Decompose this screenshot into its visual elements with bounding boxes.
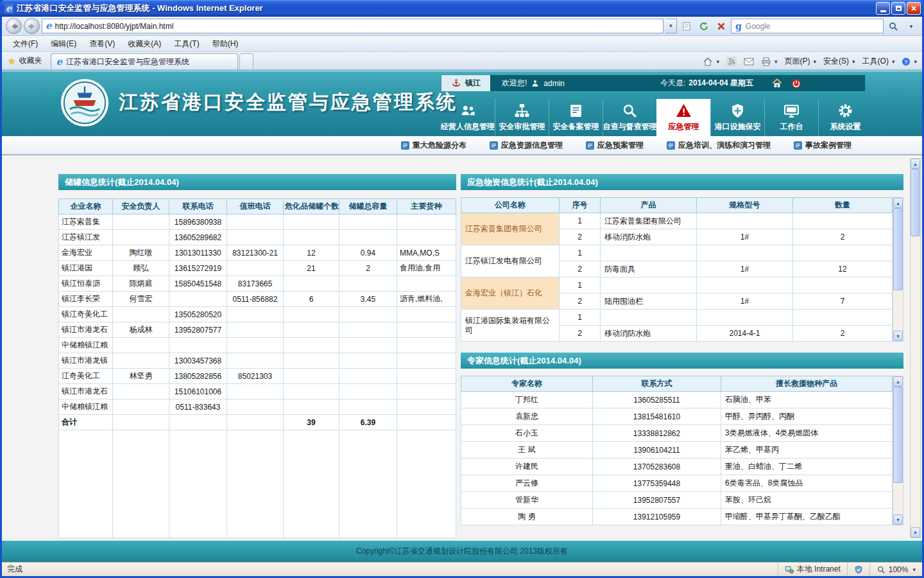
nav-item[interactable]: 安全审批管理 <box>495 99 549 136</box>
column-header: 擅长救援物种产品 <box>721 376 893 392</box>
cell: 3类易燃液体、4类易燃固体 <box>721 425 893 442</box>
supplies-table-body: 江苏索普集团有限公司1江苏索普集团有限公司2移动消防水炮1#2江苏镇江发电有限公… <box>461 213 893 342</box>
submenu-item[interactable]: 应急预案管理 <box>586 140 644 151</box>
nav-item[interactable]: 自查与督查管理 <box>603 99 656 136</box>
tools-menu-button[interactable]: 工具(O) <box>862 56 895 67</box>
scroll-down-button[interactable]: ▼ <box>911 527 920 538</box>
back-button[interactable] <box>6 18 22 34</box>
page-scrollbar[interactable]: ▲ ▼ <box>910 158 921 538</box>
nav-item[interactable]: 经营人信息管理 <box>441 99 495 136</box>
table-row: 镇江市港龙石杨成林13952807577 <box>59 322 456 338</box>
close-button[interactable]: × <box>907 2 921 15</box>
cell <box>113 338 169 353</box>
cell: 苯乙烯、甲基丙 <box>721 442 893 459</box>
submenu-item[interactable]: 应急培训、演练和演习管理 <box>667 140 771 151</box>
today-date: 2014-04-04 星期五 <box>689 78 753 89</box>
submenu-label: 重大危险源分布 <box>413 140 466 151</box>
google-logo-icon: g <box>735 21 742 31</box>
cell <box>227 307 284 322</box>
new-tab-button[interactable] <box>239 53 253 69</box>
nav-item[interactable]: 安全备案管理 <box>549 99 603 136</box>
compatibility-view-button[interactable] <box>679 19 694 34</box>
scroll-down-button[interactable]: ▼ <box>893 331 903 341</box>
security-zone: 本地 Intranet <box>778 563 847 576</box>
menu-item[interactable]: 查看(V) <box>83 37 121 51</box>
home-button[interactable] <box>703 57 719 67</box>
experts-scrollbar[interactable]: ▲ ▼ <box>893 376 903 525</box>
submenu-item[interactable]: 重大危险源分布 <box>401 140 466 151</box>
submenu-item[interactable]: 事故案例管理 <box>794 140 851 151</box>
main-nav: 经营人信息管理安全审批管理安全备案管理自查与督查管理应急管理港口设施保安工作台系… <box>441 99 872 136</box>
favorites-button[interactable]: ★ 收藏夹 <box>2 55 48 69</box>
menu-item[interactable]: 收藏夹(A) <box>122 37 167 51</box>
city-selector[interactable]: 镇江 <box>441 75 490 91</box>
nav-item[interactable]: 应急管理 <box>656 99 710 136</box>
cell: 王 斌 <box>461 442 593 459</box>
nav-item[interactable]: 系统设置 <box>818 99 872 136</box>
cell: 镇江李长荣 <box>59 292 113 307</box>
safety-menu-button[interactable]: 安全(S) <box>823 56 855 67</box>
scroll-thumb[interactable] <box>893 208 903 290</box>
menu-item[interactable]: 帮助(H) <box>207 37 244 51</box>
tab-favicon-icon: e <box>56 57 63 67</box>
search-input[interactable]: g Google <box>731 19 884 33</box>
supplies-scrollbar[interactable]: ▲ ▼ <box>893 197 903 342</box>
scroll-up-button[interactable]: ▲ <box>893 376 903 387</box>
menu-item[interactable]: 编辑(E) <box>45 37 82 51</box>
cell: 防毒面具 <box>601 261 697 277</box>
forward-button[interactable] <box>24 18 40 34</box>
cell: 镇江市港龙石 <box>59 384 113 399</box>
table-row: 江奇美化工林坚勇1380528285685021303 <box>59 369 456 384</box>
cell: 13775359448 <box>593 475 721 492</box>
cell: 镇江奇美化工 <box>59 307 113 322</box>
rss-feed-button[interactable] <box>726 57 737 67</box>
submenu-label: 应急预案管理 <box>597 140 644 151</box>
table-row: 镇江市港龙镇13003457368 <box>59 353 456 369</box>
help-button[interactable]: ? <box>902 57 917 66</box>
page-menu-button[interactable]: 页面(P) <box>785 56 817 67</box>
scroll-thumb[interactable] <box>911 169 920 236</box>
mail-button[interactable] <box>744 57 754 67</box>
cell: 6类毒害品、8类腐蚀品 <box>721 475 893 492</box>
scroll-up-button[interactable]: ▲ <box>911 159 920 169</box>
page-header: 江苏省港口安全监管与应急管理系统 镇江 欢迎您! admin 今天是: 201 <box>2 70 922 136</box>
nav-item[interactable]: 工作台 <box>764 99 818 136</box>
cell: 13805282856 <box>169 369 227 384</box>
main-content: 储罐信息统计(截止2014.04.04) 企业名称安全负责人联系电话值班电话危化… <box>2 155 922 541</box>
zoom-control[interactable]: 100% <box>869 563 922 576</box>
nav-label: 港口设施保安 <box>715 121 761 132</box>
menu-item[interactable]: 文件(F) <box>7 37 44 51</box>
cell: 沥青,燃料油, <box>397 292 456 307</box>
minimize-button[interactable] <box>876 2 890 15</box>
scroll-down-button[interactable]: ▼ <box>893 514 903 525</box>
cell <box>339 338 397 353</box>
print-button[interactable] <box>761 57 778 67</box>
cell: 2 <box>793 326 893 342</box>
address-input[interactable]: e http://localhost:8080/yjpt/Main.html <box>42 19 663 33</box>
cell <box>397 215 456 230</box>
cell: 江苏镇江发 <box>59 230 113 245</box>
logout-power-icon[interactable] <box>791 78 802 89</box>
menu-item[interactable]: 工具(T) <box>168 37 205 51</box>
cell <box>397 307 456 322</box>
home-page-icon[interactable] <box>771 78 783 89</box>
scroll-up-button[interactable]: ▲ <box>893 198 903 208</box>
refresh-button[interactable] <box>696 19 712 34</box>
scroll-thumb[interactable] <box>893 387 903 483</box>
search-button[interactable] <box>886 19 901 34</box>
submenu-item[interactable]: 应急资源信息管理 <box>490 140 563 151</box>
cell <box>227 399 284 415</box>
browser-tab[interactable]: e 江苏省港口安全监管与应急管理系统 <box>51 53 238 69</box>
cell <box>113 399 169 415</box>
cell: 石小玉 <box>461 425 593 442</box>
zoom-magnifier-icon <box>877 565 886 574</box>
shield-icon <box>730 103 746 119</box>
stop-button[interactable] <box>714 19 729 34</box>
maximize-button[interactable] <box>891 2 905 15</box>
nav-item[interactable]: 港口设施保安 <box>710 99 764 136</box>
cell <box>284 215 339 230</box>
address-dropdown-button[interactable]: ▼ <box>665 19 677 33</box>
nav-label: 应急管理 <box>669 121 699 132</box>
search-options-button[interactable] <box>903 19 918 34</box>
tank-stats-panel: 储罐信息统计(截止2014.04.04) 企业名称安全负责人联系电话值班电话危化… <box>58 174 456 538</box>
